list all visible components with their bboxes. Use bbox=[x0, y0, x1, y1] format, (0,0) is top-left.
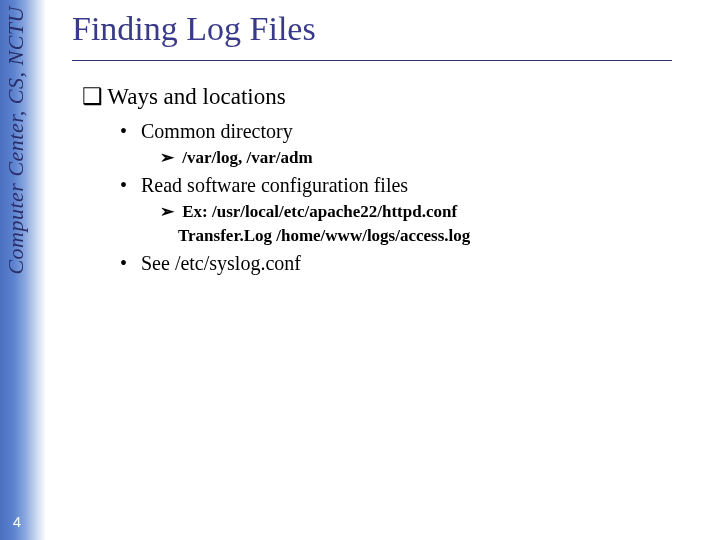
bullet-syslog: • See /etc/syslog.conf bbox=[120, 252, 700, 275]
side-org-label: Computer Center, CS, NCTU bbox=[3, 6, 29, 275]
bullet-common-directory: • Common directory bbox=[120, 120, 700, 143]
page-number: 4 bbox=[0, 513, 34, 530]
side-rail: Computer Center, CS, NCTU 4 bbox=[0, 0, 46, 540]
bullet-var-log: ➢ /var/log, /var/adm bbox=[160, 147, 700, 168]
slide-title: Finding Log Files bbox=[72, 10, 700, 54]
bullet-common-directory-text: Common directory bbox=[141, 120, 293, 142]
dot-bullet-icon: • bbox=[120, 252, 136, 275]
bullet-transfer-log: Transfer.Log /home/www/logs/access.log bbox=[178, 226, 700, 246]
bullet-read-config: • Read software configuration files bbox=[120, 174, 700, 197]
triangle-bullet-icon: ➢ bbox=[160, 201, 178, 222]
title-underline bbox=[72, 60, 672, 61]
bullet-var-log-text: /var/log, /var/adm bbox=[182, 148, 312, 167]
slide: Computer Center, CS, NCTU 4 Finding Log … bbox=[0, 0, 720, 540]
bullet-main: ❑ Ways and locations bbox=[82, 83, 700, 110]
bullet-apache-conf-text: Ex: /usr/local/etc/apache22/httpd.conf bbox=[182, 202, 457, 221]
bullet-syslog-text: See /etc/syslog.conf bbox=[141, 252, 301, 274]
triangle-bullet-icon: ➢ bbox=[160, 147, 178, 168]
content-area: Finding Log Files ❑ Ways and locations •… bbox=[72, 6, 700, 279]
bullet-main-text: Ways and locations bbox=[107, 84, 285, 109]
square-bullet-icon: ❑ bbox=[82, 83, 102, 110]
dot-bullet-icon: • bbox=[120, 174, 136, 197]
bullet-apache-conf: ➢ Ex: /usr/local/etc/apache22/httpd.conf bbox=[160, 201, 700, 222]
bullet-read-config-text: Read software configuration files bbox=[141, 174, 408, 196]
bullet-transfer-log-text: Transfer.Log /home/www/logs/access.log bbox=[178, 226, 470, 245]
dot-bullet-icon: • bbox=[120, 120, 136, 143]
